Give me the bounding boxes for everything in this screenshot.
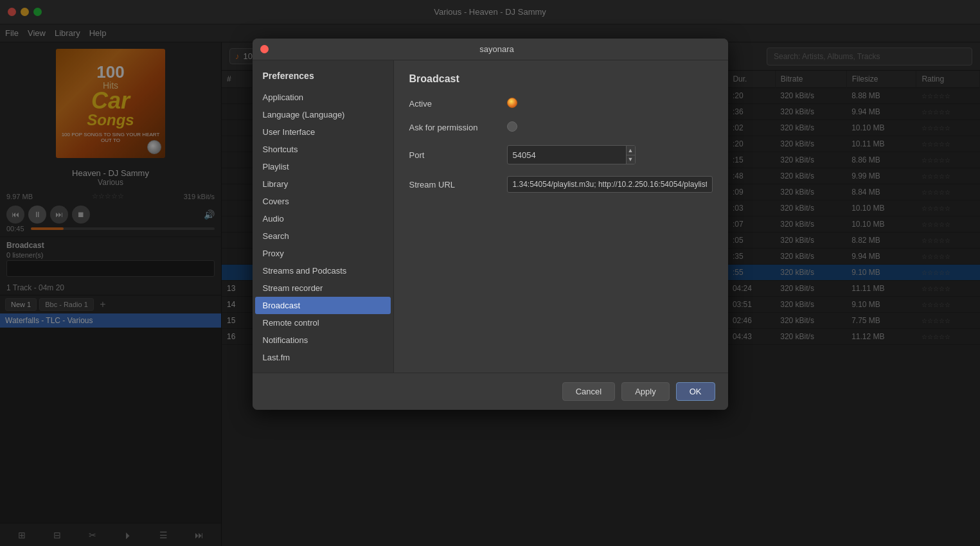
prefs-item-ui[interactable]: User Interface	[253, 123, 393, 141]
prefs-item-playlist[interactable]: Playlist	[253, 158, 393, 175]
prefs-item-library[interactable]: Library	[253, 175, 393, 193]
port-input[interactable]	[508, 148, 626, 163]
dialog-title: sayonara	[274, 44, 720, 54]
dialog-titlebar: sayonara	[253, 39, 728, 60]
port-control: ▲ ▼	[507, 145, 713, 164]
prefs-item-stream-recorder[interactable]: Stream recorder	[253, 279, 393, 297]
port-up-button[interactable]: ▲	[627, 146, 635, 155]
prefs-heading: Preferences	[253, 67, 393, 89]
port-label: Port	[409, 150, 499, 160]
prefs-item-search[interactable]: Search	[253, 227, 393, 245]
stream-url-input[interactable]	[507, 176, 713, 193]
prefs-content: Broadcast Active Ask for permission	[394, 60, 728, 373]
prefs-item-language[interactable]: Language (Language)	[253, 106, 393, 123]
prefs-section-title: Broadcast	[409, 73, 713, 85]
dialog-body: Preferences Application Language (Langua…	[253, 60, 728, 373]
preferences-dialog: sayonara Preferences Application Languag…	[253, 39, 728, 410]
prefs-item-covers[interactable]: Covers	[253, 193, 393, 210]
prefs-item-notifications[interactable]: Notifications	[253, 331, 393, 349]
prefs-item-broadcast[interactable]: Broadcast	[255, 297, 391, 314]
active-label: Active	[409, 99, 499, 109]
dialog-footer: Cancel Apply OK	[253, 373, 728, 410]
port-spinners: ▲ ▼	[626, 146, 635, 164]
stream-url-control	[507, 176, 713, 193]
pref-row-stream-url: Stream URL	[409, 176, 713, 193]
prefs-item-audio[interactable]: Audio	[253, 210, 393, 227]
pref-row-active: Active	[409, 98, 713, 110]
active-control	[507, 98, 713, 110]
ok-button[interactable]: OK	[676, 382, 715, 401]
prefs-item-shortcuts[interactable]: Shortcuts	[253, 141, 393, 158]
prefs-item-proxy[interactable]: Proxy	[253, 245, 393, 262]
stream-url-label: Stream URL	[409, 180, 499, 189]
permission-control	[507, 121, 713, 134]
prefs-item-remote[interactable]: Remote control	[253, 314, 393, 331]
permission-toggle[interactable]	[507, 121, 517, 132]
dialog-overlay: sayonara Preferences Application Languag…	[0, 0, 980, 546]
prefs-item-application[interactable]: Application	[253, 89, 393, 106]
permission-label: Ask for permission	[409, 123, 499, 132]
port-input-wrap: ▲ ▼	[507, 145, 636, 164]
port-down-button[interactable]: ▼	[627, 155, 635, 164]
dialog-close-button[interactable]	[260, 45, 269, 53]
active-toggle[interactable]	[507, 98, 517, 108]
pref-row-permission: Ask for permission	[409, 121, 713, 134]
prefs-nav: Preferences Application Language (Langua…	[253, 60, 394, 373]
pref-row-port: Port ▲ ▼	[409, 145, 713, 164]
prefs-item-lastfm[interactable]: Last.fm	[253, 349, 393, 366]
cancel-button[interactable]: Cancel	[562, 382, 615, 401]
apply-button[interactable]: Apply	[621, 382, 670, 401]
prefs-item-streams[interactable]: Streams and Podcasts	[253, 262, 393, 279]
